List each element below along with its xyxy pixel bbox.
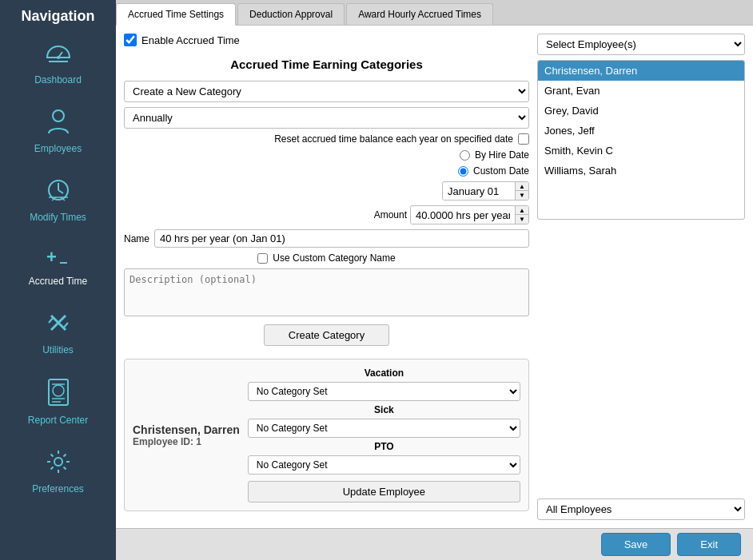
tab-accrued-settings[interactable]: Accrued Time Settings — [116, 3, 236, 26]
enable-accrued-checkbox[interactable] — [124, 34, 137, 46]
sidebar-item-modify-times-label: Modify Times — [30, 212, 86, 223]
employee-list: Christensen, Darren Grant, Evan Grey, Da… — [537, 60, 745, 220]
vacation-label: Vacation — [248, 367, 520, 379]
sidebar-item-preferences-label: Preferences — [32, 483, 84, 494]
sidebar-item-accrued-time-label: Accrued Time — [29, 276, 87, 287]
update-employee-button[interactable]: Update Employee — [248, 481, 520, 502]
amount-down-arrow[interactable]: ▼ — [516, 215, 528, 224]
sidebar-item-report-center[interactable]: Report Center — [0, 373, 116, 431]
employee-list-item[interactable]: Smith, Kevin C — [538, 141, 744, 161]
svg-point-3 — [53, 110, 64, 121]
sidebar-item-employees-label: Employees — [34, 143, 82, 154]
enable-row: Enable Accrued Time — [124, 34, 529, 46]
left-panel: Enable Accrued Time Accrued Time Earning… — [124, 34, 529, 520]
svg-rect-16 — [49, 379, 68, 405]
section-title: Accrued Time Earning Categories — [124, 58, 529, 71]
amount-row: Amount ▲ ▼ — [124, 205, 529, 224]
modify-times-icon — [45, 177, 72, 209]
employee-info: Christensen, Darren Employee ID: 1 — [133, 367, 240, 502]
name-input[interactable] — [154, 229, 529, 248]
report-center-icon — [46, 378, 70, 412]
date-spinner-arrows: ▲ ▼ — [515, 182, 528, 200]
custom-date-radio-label: Custom Date — [473, 165, 529, 177]
date-down-arrow[interactable]: ▼ — [516, 191, 528, 200]
tabs-bar: Accrued Time Settings Deduction Approval… — [116, 0, 753, 26]
employee-categories: Vacation No Category Set Sick No Categor… — [248, 367, 520, 502]
tab-award-hourly[interactable]: Award Hourly Accrued Times — [346, 3, 493, 25]
employee-list-item[interactable]: Grey, David — [538, 101, 744, 121]
employee-card: Christensen, Darren Employee ID: 1 Vacat… — [124, 359, 529, 511]
sidebar-item-report-center-label: Report Center — [28, 415, 88, 426]
hire-date-radio[interactable] — [460, 150, 470, 161]
exit-button[interactable]: Exit — [677, 533, 741, 556]
sidebar-item-dashboard-label: Dashboard — [34, 74, 82, 85]
svg-point-21 — [54, 458, 62, 466]
reset-row: Reset accrued time balance each year on … — [124, 133, 529, 145]
utilities-icon — [45, 309, 72, 342]
sidebar-item-dashboard[interactable]: Dashboard — [0, 39, 116, 90]
employee-list-item[interactable]: Grant, Evan — [538, 81, 744, 101]
preferences-icon — [45, 448, 72, 481]
svg-text:−: − — [59, 255, 68, 268]
sidebar-item-modify-times[interactable]: Modify Times — [0, 172, 116, 228]
pto-label: PTO — [248, 441, 520, 452]
employee-id: Employee ID: 1 — [133, 436, 240, 447]
amount-spinner-arrows: ▲ ▼ — [515, 206, 528, 224]
employees-icon — [46, 108, 70, 141]
employee-list-item[interactable]: Williams, Sarah — [538, 161, 744, 181]
category-dropdown[interactable]: Create a New Category — [124, 81, 529, 102]
svg-text:+: + — [46, 247, 57, 267]
svg-point-1 — [57, 56, 60, 59]
amount-up-arrow[interactable]: ▲ — [516, 206, 528, 215]
date-up-arrow[interactable]: ▲ — [516, 182, 528, 191]
name-row: Name — [124, 229, 529, 248]
employee-list-item[interactable]: Jones, Jeff — [538, 121, 744, 141]
sidebar-item-accrued-time[interactable]: + − Accrued Time — [0, 240, 116, 292]
svg-line-14 — [49, 317, 54, 323]
right-panel: Select Employee(s) Christensen, Darren G… — [537, 34, 745, 520]
vacation-dropdown[interactable]: No Category Set — [248, 382, 520, 401]
amount-label: Amount — [374, 209, 407, 220]
enable-accrued-label: Enable Accrued Time — [141, 34, 240, 46]
all-employees-filter[interactable]: All Employees Active Employees Inactive … — [537, 498, 745, 520]
sidebar-item-preferences[interactable]: Preferences — [0, 443, 116, 499]
use-custom-name-label: Use Custom Category Name — [273, 252, 395, 264]
employee-name: Christensen, Darren — [133, 423, 240, 436]
description-textarea[interactable] — [124, 268, 529, 316]
reset-checkbox[interactable] — [518, 133, 529, 145]
sidebar-title: Navigation — [21, 8, 94, 25]
save-button[interactable]: Save — [601, 533, 671, 556]
dashboard-icon — [45, 44, 72, 72]
employee-list-item[interactable]: Christensen, Darren — [538, 61, 744, 81]
tab-deduction-approval[interactable]: Deduction Approval — [237, 3, 345, 25]
svg-line-6 — [58, 190, 63, 193]
sidebar-item-utilities[interactable]: Utilities — [0, 304, 116, 360]
custom-date-radio[interactable] — [458, 166, 468, 177]
reset-label: Reset accrued time balance each year on … — [274, 133, 513, 145]
sidebar: Navigation Dashboard Employees — [0, 0, 116, 560]
custom-name-row: Use Custom Category Name — [124, 252, 529, 264]
sidebar-item-utilities-label: Utilities — [42, 344, 74, 355]
sick-dropdown[interactable]: No Category Set — [248, 419, 520, 438]
amount-spinner-wrap: ▲ ▼ — [410, 205, 529, 224]
amount-input[interactable] — [411, 207, 515, 224]
svg-line-15 — [63, 323, 68, 328]
date-spinner-wrap: ▲ ▼ — [442, 181, 529, 201]
use-custom-name-checkbox[interactable] — [257, 253, 268, 264]
accrued-time-icon: + − — [45, 245, 72, 273]
select-employee-dropdown[interactable]: Select Employee(s) — [537, 34, 745, 55]
hire-date-radio-row: By Hire Date — [124, 149, 529, 161]
svg-point-17 — [53, 385, 64, 396]
hire-date-radio-label: By Hire Date — [475, 149, 529, 161]
date-input[interactable] — [443, 183, 515, 200]
create-category-button[interactable]: Create Category — [264, 324, 389, 346]
main-content: Accrued Time Settings Deduction Approval… — [116, 0, 753, 528]
frequency-dropdown[interactable]: Annually Monthly Weekly Daily — [124, 107, 529, 129]
sick-label: Sick — [248, 404, 520, 415]
sidebar-item-employees[interactable]: Employees — [0, 103, 116, 159]
name-label: Name — [124, 233, 149, 244]
date-row: ▲ ▼ — [124, 181, 529, 201]
content-area: Enable Accrued Time Accrued Time Earning… — [116, 26, 753, 528]
pto-dropdown[interactable]: No Category Set — [248, 455, 520, 475]
custom-date-radio-row: Custom Date — [124, 165, 529, 177]
